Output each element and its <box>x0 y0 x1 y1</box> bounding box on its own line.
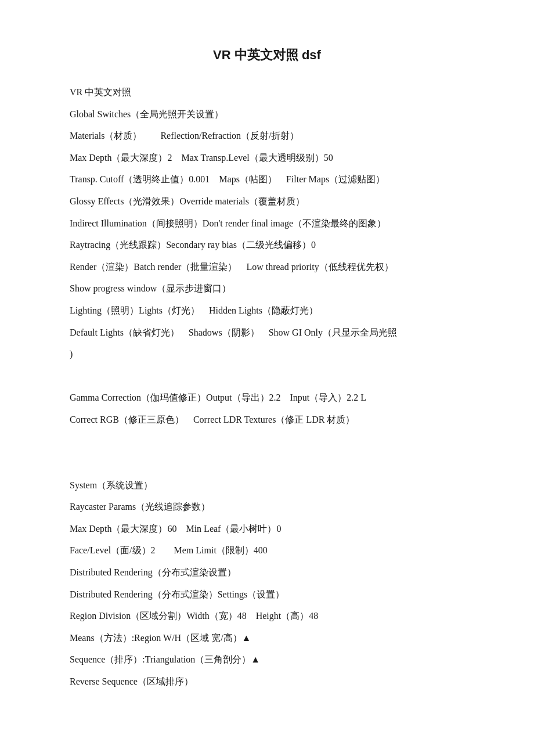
line-1: VR 中英文对照 <box>70 82 464 102</box>
line-2: Global Switches（全局光照开关设置） <box>70 105 464 124</box>
line-14: Gamma Correction（伽玛值修正）Output（导出）2.2 Inp… <box>70 388 464 408</box>
line-blank-3 <box>70 453 464 473</box>
line-7: Indirect Illumination（间接照明）Don't render … <box>70 214 464 233</box>
line-8: Raytracing（光线跟踪）Secondary ray bias（二级光线偏… <box>70 235 464 255</box>
line-15: Correct RGB（修正三原色） Correct LDR Textures（… <box>70 410 464 430</box>
line-22: Distributed Rendering（分布式渲染设置） <box>70 563 464 582</box>
line-11: Lighting（照明）Lights（灯光） Hidden Lights（隐蔽灯… <box>70 301 464 321</box>
line-23: Distributed Rendering（分布式渲染）Settings（设置） <box>70 585 464 604</box>
page-title: VR 中英文对照 dsf <box>70 46 464 64</box>
line-10: Show progress window（显示步进窗口） <box>70 279 464 298</box>
line-9: Render（渲染）Batch render（批量渲染） Low thread … <box>70 257 464 277</box>
line-26: Sequence（排序）:Triangulation（三角剖分）▲ <box>70 650 464 669</box>
line-12: Default Lights（缺省灯光） Shadows（阴影） Show GI… <box>70 323 464 343</box>
line-27: Reverse Sequence（区域排序） <box>70 672 464 692</box>
line-24: Region Division（区域分割）Width（宽）48 Height（高… <box>70 606 464 626</box>
line-19: Raycaster Params（光线追踪参数） <box>70 497 464 517</box>
line-6: Glossy Effects（光滑效果）Override materials（覆… <box>70 192 464 211</box>
content-area: VR 中英文对照 Global Switches（全局光照开关设置） Mater… <box>70 82 464 692</box>
line-21: Face/Level（面/级）2 Mem Limit（限制）400 <box>70 541 464 560</box>
line-5: Transp. Cutoff（透明终止值）0.001 Maps（帖图） Filt… <box>70 170 464 189</box>
line-blank-2 <box>70 432 464 452</box>
line-3: Materials（材质） Reflection/Refraction（反射/折… <box>70 126 464 146</box>
line-18: System（系统设置） <box>70 476 464 495</box>
line-12b: ) <box>70 344 464 364</box>
line-20: Max Depth（最大深度）60 Min Leaf（最小树叶）0 <box>70 519 464 539</box>
line-25: Means（方法）:Region W/H（区域 宽/高）▲ <box>70 628 464 648</box>
line-4: Max Depth（最大深度）2 Max Transp.Level（最大透明级别… <box>70 148 464 168</box>
line-blank-1 <box>70 366 464 386</box>
